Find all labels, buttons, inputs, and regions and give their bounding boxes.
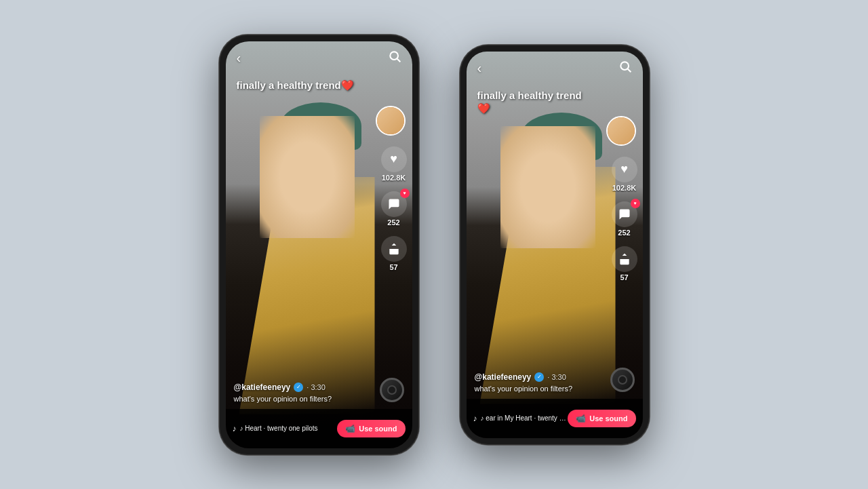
creator-avatar[interactable] [376,106,406,136]
sound-info[interactable]: ♪ ♪ Heart · twenty one pilots [233,424,338,433]
svg-line-1 [397,59,400,62]
phone-2-screen: ‹ finally a healthy trend❤️ ♥ 102.8K [467,52,643,438]
comment-count: 252 [387,218,399,227]
comment-badge-2: ♥ [631,199,640,208]
verified-badge-2: ✓ [534,372,544,382]
share-action-2[interactable]: 57 [612,246,637,281]
use-sound-button[interactable]: 📹 Use sound [337,420,405,437]
share-count: 57 [389,263,397,271]
share-action[interactable]: 57 [381,236,407,271]
sound-text-2: ♪ ear in My Heart · twenty one p [481,414,568,422]
music-disc-2 [610,368,635,392]
music-disc [380,378,404,402]
bottom-bar: ♪ ♪ Heart · twenty one pilots 📹 Use soun… [226,409,412,448]
use-sound-label: Use sound [359,425,397,433]
comment-action[interactable]: ♥ 252 [381,191,407,227]
sound-text: ♪ Heart · twenty one pilots [240,425,318,432]
avatar-image [377,107,404,134]
video-info: @katiefeeneyy ✓ · 3:30 what's your opini… [234,383,375,404]
comment-icon-wrap: ♥ [381,191,407,217]
music-note-icon-2: ♪ [473,414,477,423]
video-duration: · 3:30 [307,383,326,391]
top-bar: ‹ [226,41,412,75]
sound-info-2[interactable]: ♪ ♪ ear in My Heart · twenty one p [473,414,568,423]
bottom-bar-2: ♪ ♪ ear in My Heart · twenty one p 📹 Use… [467,399,643,438]
verified-badge: ✓ [294,383,303,392]
username-row: @katiefeeneyy ✓ · 3:30 [234,383,375,392]
username-text[interactable]: @katiefeeneyy [234,383,291,392]
share-icon [381,236,407,262]
camera-icon-2: 📹 [576,414,586,423]
like-count-2: 102.8K [612,184,636,192]
video-caption-2: what's your opinion on filters? [475,385,606,393]
face-overlay [260,116,355,238]
music-note-icon: ♪ [233,424,237,433]
share-icon-2 [612,246,637,272]
comment-action-2[interactable]: ♥ 252 [612,201,637,237]
comment-badge: ♥ [400,189,410,198]
share-count-2: 57 [620,273,628,281]
phone-2-frame: ‹ finally a healthy trend❤️ ♥ 102.8K [460,45,650,445]
use-sound-label-2: Use sound [589,414,627,423]
back-button[interactable]: ‹ [237,50,241,66]
right-actions-panel: ♥ 102.8K ♥ 252 [381,146,407,271]
username-row-2: @katiefeeneyy ✓ · 3:30 [475,372,606,382]
like-action-2[interactable]: ♥ 102.8K [612,157,637,192]
video-title: finally a healthy trend❤️ [237,79,358,92]
comment-icon-wrap-2: ♥ [612,201,637,227]
camera-icon: 📹 [345,424,355,433]
back-button-2[interactable]: ‹ [477,60,482,76]
phone-1-screen: ‹ finally a healthy trend❤️ ♥ 102.8K [226,41,412,448]
right-actions-panel-2: ♥ 102.8K ♥ 252 [612,157,637,281]
video-info-2: @katiefeeneyy ✓ · 3:30 what's your opini… [475,372,606,394]
phone-2: ‹ finally a healthy trend❤️ ♥ 102.8K [460,45,650,445]
like-icon: ♥ [381,146,407,172]
avatar-image-2 [608,117,635,144]
search-button-2[interactable] [618,60,632,77]
svg-point-2 [620,62,629,70]
face-overlay-2 [500,126,595,248]
like-action[interactable]: ♥ 102.8K [381,146,407,182]
username-text-2[interactable]: @katiefeeneyy [475,372,532,382]
search-button[interactable] [388,50,401,66]
svg-point-0 [390,52,398,60]
creator-avatar-2[interactable] [606,116,636,146]
like-icon-2: ♥ [612,157,637,182]
video-duration-2: · 3:30 [547,373,566,381]
phone-1: ‹ finally a healthy trend❤️ ♥ 102.8K [219,35,419,455]
phone-1-frame: ‹ finally a healthy trend❤️ ♥ 102.8K [219,35,419,455]
comment-count-2: 252 [618,229,630,237]
use-sound-button-2[interactable]: 📹 Use sound [568,410,635,427]
like-count: 102.8K [382,174,406,182]
svg-line-3 [627,69,631,73]
video-caption: what's your opinion on filters? [234,395,375,403]
video-title-2: finally a healthy trend❤️ [477,89,589,115]
top-bar-2: ‹ [467,52,643,85]
